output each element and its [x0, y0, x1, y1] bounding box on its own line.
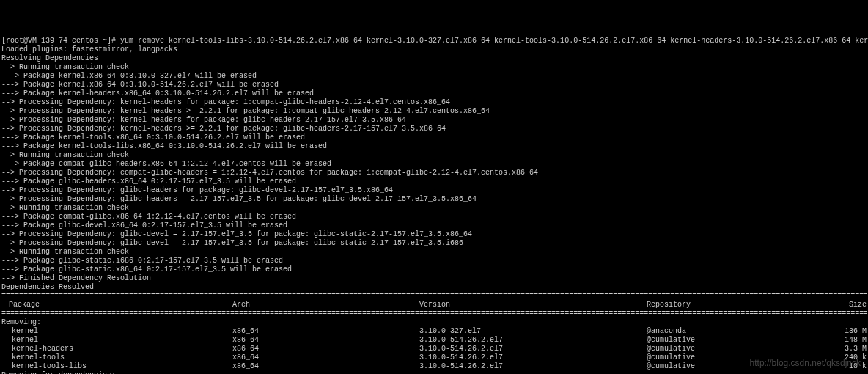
table-row: kernelx86_643.10.0-327.el7@anaconda136 M: [1, 327, 867, 336]
table-cell: 3.10.0-514.26.2.el7: [419, 353, 647, 362]
terminal-line: Loaded plugins: fastestmirror, langpacks: [1, 45, 867, 54]
table-cell: kernel-tools-libs: [1, 362, 232, 371]
terminal-line: --> Running transaction check: [1, 248, 867, 257]
terminal-line: --> Processing Dependency: glibc-devel =…: [1, 230, 867, 239]
terminal-line: --> Processing Dependency: kernel-header…: [1, 98, 867, 107]
table-cell: kernel-headers: [1, 345, 232, 353]
table-cell: kernel: [1, 336, 232, 345]
terminal-line: --> Processing Dependency: kernel-header…: [1, 116, 867, 125]
table-cell: 3.10.0-514.26.2.el7: [419, 345, 647, 353]
table-cell: Repository: [647, 301, 830, 309]
terminal-line: ---> Package kernel.x86_64 0:3.10.0-327.…: [1, 72, 867, 81]
table-cell: Package: [1, 301, 232, 309]
table-cell: Size: [830, 301, 867, 309]
table-cell: x86_64: [232, 345, 419, 353]
table-cell: 3.10.0-327.el7: [419, 327, 647, 336]
terminal-line: ---> Package glibc-headers.x86_64 0:2.17…: [1, 177, 867, 186]
table-cell: Arch: [232, 301, 419, 309]
table-row: kernel-headersx86_643.10.0-514.26.2.el7@…: [1, 345, 867, 353]
terminal-line: Removing:: [1, 318, 867, 327]
terminal-line: Resolving Dependencies: [1, 54, 867, 63]
terminal-line: --> Finished Dependency Resolution: [1, 274, 867, 283]
terminal-line: --> Processing Dependency: compat-glibc-…: [1, 169, 867, 177]
table-cell: 136 M: [830, 327, 867, 336]
table-cell: @cumulative: [647, 345, 830, 353]
divider: ========================================…: [1, 309, 867, 318]
terminal-line: ---> Package glibc-devel.x86_64 0:2.17-1…: [1, 221, 867, 230]
divider: ========================================…: [1, 292, 867, 301]
terminal-line: Removing for dependencies:: [1, 371, 867, 374]
table-cell: x86_64: [232, 327, 419, 336]
table-cell: x86_64: [232, 353, 419, 362]
table-cell: 148 M: [830, 336, 867, 345]
terminal-line: [root@VM_139_74_centos ~]# yum remove ke…: [1, 37, 867, 45]
terminal-line: ---> Package compat-glibc.x86_64 1:2.12-…: [1, 213, 867, 221]
terminal-line: ---> Package glibc-static.i686 0:2.17-15…: [1, 257, 867, 265]
terminal-line: ---> Package kernel-tools-libs.x86_64 0:…: [1, 142, 867, 151]
table-cell: x86_64: [232, 362, 419, 371]
terminal-line: --> Processing Dependency: kernel-header…: [1, 125, 867, 133]
terminal-line: --> Processing Dependency: glibc-devel =…: [1, 239, 867, 248]
table-cell: kernel: [1, 327, 232, 336]
table-row: kernelx86_643.10.0-514.26.2.el7@cumulati…: [1, 336, 867, 345]
table-cell: x86_64: [232, 336, 419, 345]
table-row: kernel-tools-libsx86_643.10.0-514.26.2.e…: [1, 362, 867, 371]
table-cell: 3.10.0-514.26.2.el7: [419, 336, 647, 345]
terminal-line: ---> Package kernel-tools.x86_64 0:3.10.…: [1, 133, 867, 142]
terminal-line: --> Processing Dependency: glibc-headers…: [1, 186, 867, 195]
terminal-line: --> Running transaction check: [1, 151, 867, 160]
table-cell: Version: [419, 301, 647, 309]
terminal-line: --> Processing Dependency: glibc-headers…: [1, 195, 867, 204]
table-cell: @cumulative: [647, 336, 830, 345]
terminal-line: --> Running transaction check: [1, 63, 867, 72]
terminal-line: Dependencies Resolved: [1, 283, 867, 292]
table-row: kernel-toolsx86_643.10.0-514.26.2.el7@cu…: [1, 353, 867, 362]
terminal-line: ---> Package compat-glibc-headers.x86_64…: [1, 160, 867, 169]
table-row: PackageArchVersionRepositorySize: [1, 301, 867, 309]
terminal-output: [root@VM_139_74_centos ~]# yum remove ke…: [1, 37, 867, 374]
table-cell: 3.10.0-514.26.2.el7: [419, 362, 647, 371]
terminal-line: ---> Package kernel-headers.x86_64 0:3.1…: [1, 89, 867, 98]
table-cell: kernel-tools: [1, 353, 232, 362]
terminal-line: --> Running transaction check: [1, 204, 867, 213]
terminal-line: --> Processing Dependency: kernel-header…: [1, 107, 867, 116]
terminal-line: ---> Package kernel.x86_64 0:3.10.0-514.…: [1, 81, 867, 89]
terminal-line: ---> Package glibc-static.x86_64 0:2.17-…: [1, 265, 867, 274]
table-cell: @anaconda: [647, 327, 830, 336]
watermark: http://blog.csdn.net/qksdjnck: [750, 358, 861, 368]
table-cell: 3.3 M: [830, 345, 867, 353]
